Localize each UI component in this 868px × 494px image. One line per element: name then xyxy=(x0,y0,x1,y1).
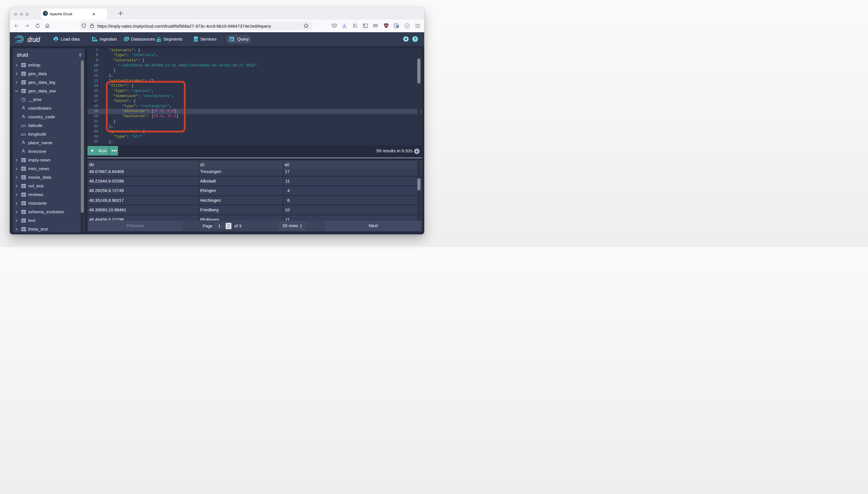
svg-text:?: ? xyxy=(414,37,416,41)
svg-text:uO: uO xyxy=(385,24,388,26)
